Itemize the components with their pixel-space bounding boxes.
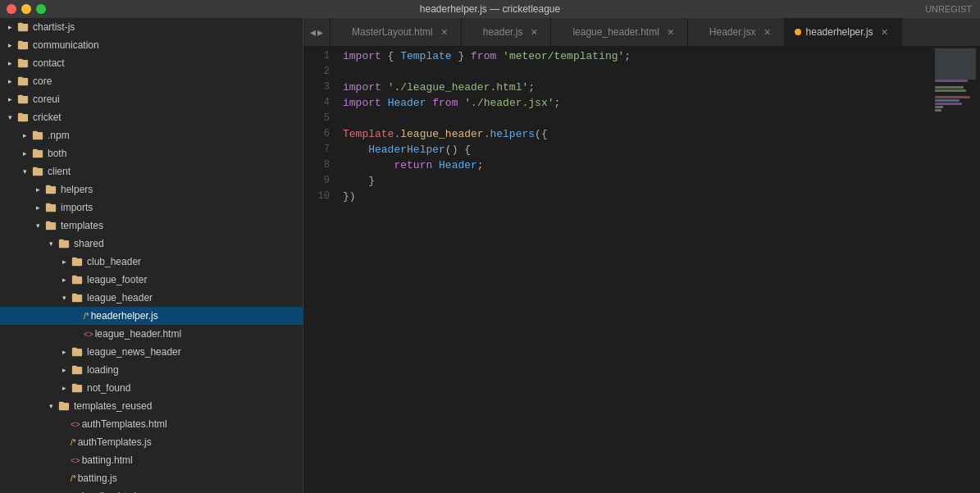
sidebar-item-not-found[interactable]: not_found (0, 379, 303, 397)
tab-masterlayout[interactable]: MasterLayout.html × (330, 18, 462, 46)
sidebar-item-batting-js[interactable]: /* batting.js (0, 469, 303, 487)
sidebar-item-label: cricket (33, 112, 62, 123)
tab-league-header-html[interactable]: league_header.html × (551, 18, 687, 46)
sidebar-item-label: shared (74, 238, 104, 249)
sidebar-item-label: imports (61, 202, 93, 213)
tab-close-button[interactable]: × (438, 25, 451, 39)
tab-bar[interactable]: ◂ ▸ MasterLayout.html × header.js × leag… (303, 18, 980, 47)
sidebar-item-cricket[interactable]: cricket (0, 108, 303, 126)
sidebar-item-headerhelper-js[interactable]: /* headerhelper.js (0, 307, 303, 325)
sidebar-item-npm[interactable]: .npm (0, 126, 303, 144)
sidebar-item-templates[interactable]: templates (0, 217, 303, 235)
sidebar-item-batting-html[interactable]: <> batting.html (0, 451, 303, 469)
tab-close-button[interactable]: × (878, 25, 891, 39)
sidebar-item-contact[interactable]: contact (0, 54, 303, 72)
folder-icon (31, 147, 44, 160)
sidebar-item-label: .npm (48, 130, 70, 141)
arrow-icon (57, 273, 71, 286)
minimize-button[interactable] (21, 4, 31, 14)
sidebar-item-both[interactable]: both (0, 144, 303, 162)
sidebar-item-label: coreui (33, 94, 60, 105)
sidebar-item-loading[interactable]: loading (0, 361, 303, 379)
code-editor[interactable]: 1 2 3 4 5 6 7 8 9 10 import { Template } (303, 47, 980, 493)
code-line-9: } (343, 173, 931, 189)
js-file-icon: /* (71, 438, 76, 447)
folder-icon (44, 183, 57, 196)
main-layout: chartist-js communication contact core (0, 18, 980, 493)
nav-back-icon[interactable]: ◂ (310, 25, 316, 39)
arrow-icon (3, 75, 16, 88)
arrow-icon (57, 381, 71, 395)
arrow-icon (31, 201, 44, 214)
tab-close-button[interactable]: × (664, 25, 677, 39)
sidebar-item-label: batting.html (82, 454, 133, 466)
code-line-2 (343, 64, 931, 80)
code-content[interactable]: import { Template } from 'meteor/templat… (336, 47, 931, 493)
maximize-button[interactable] (36, 4, 46, 14)
line-numbers: 1 2 3 4 5 6 7 8 9 10 (303, 47, 336, 493)
sidebar-item-chartist[interactable]: chartist-js (0, 18, 303, 36)
sidebar-item-core[interactable]: core (0, 72, 303, 90)
sidebar-item-client[interactable]: client (0, 162, 303, 180)
sidebar-item-label: core (33, 75, 52, 87)
sidebar-item-auth-templates-js[interactable]: /* authTemplates.js (0, 433, 303, 451)
html-file-icon: <> (71, 456, 80, 465)
folder-icon (71, 273, 84, 286)
folder-open-icon (57, 237, 71, 250)
html-file-icon: <> (84, 330, 93, 339)
sidebar-item-communication[interactable]: communication (0, 36, 303, 54)
arrow-icon (3, 111, 16, 124)
arrow-icon (18, 147, 31, 160)
sidebar-item-label: league_header.html (95, 328, 181, 340)
arrow-icon (3, 21, 16, 34)
html-file-icon: <> (71, 420, 80, 429)
sidebar-item-helpers[interactable]: helpers (0, 180, 303, 199)
tab-modified-dot (795, 29, 801, 35)
folder-icon (16, 75, 30, 88)
sidebar-item-label: authTemplates.js (78, 436, 152, 448)
arrow-icon (3, 93, 16, 106)
sidebar-item-league-header[interactable]: league_header (0, 289, 303, 307)
titlebar: headerhelper.js — cricketleague UNREGIST (0, 0, 980, 18)
tab-header-js[interactable]: header.js × (462, 18, 552, 46)
sidebar-item-league-news-header[interactable]: league_news_header (0, 343, 303, 361)
sidebar-item-league-header-html[interactable]: <> league_header.html (0, 325, 303, 343)
sidebar-item-auth-templates-html[interactable]: <> authTemplates.html (0, 415, 303, 433)
close-button[interactable] (7, 4, 16, 14)
sidebar-item-coreui[interactable]: coreui (0, 90, 303, 108)
folder-open-icon (31, 165, 44, 178)
code-line-10: }) (343, 189, 931, 204)
sidebar-item-label: league_footer (87, 274, 147, 285)
tab-label: league_header.html (572, 26, 659, 38)
folder-open-icon (71, 291, 84, 304)
sidebar[interactable]: chartist-js communication contact core (0, 18, 303, 493)
sidebar-item-league-footer[interactable]: league_footer (0, 271, 303, 289)
unregist-label: UNREGIST (925, 4, 972, 14)
editor-area: ◂ ▸ MasterLayout.html × header.js × leag… (303, 18, 980, 493)
folder-icon (16, 21, 30, 34)
sidebar-item-label: league_news_header (87, 346, 181, 358)
sidebar-item-label: club_header (87, 256, 141, 267)
sidebar-item-imports[interactable]: imports (0, 199, 303, 217)
code-line-7: HeaderHelper () { (343, 142, 931, 157)
arrow-icon (57, 255, 71, 268)
arrow-icon (3, 57, 16, 70)
nav-arrows[interactable]: ◂ ▸ (303, 18, 330, 46)
window-title: headerhelper.js — cricketleague (420, 3, 560, 15)
tab-label: Header.jsx (709, 26, 756, 38)
folder-open-icon (57, 399, 71, 413)
sidebar-item-templates-reused[interactable]: templates_reused (0, 397, 303, 415)
sidebar-item-bowling-html[interactable]: <> bowling.html (0, 487, 303, 493)
tab-close-button[interactable]: × (761, 25, 774, 39)
nav-forward-icon[interactable]: ▸ (317, 25, 323, 39)
tab-close-button[interactable]: × (527, 25, 540, 39)
tab-headerhelper-js[interactable]: headerhelper.js × (785, 18, 902, 46)
sidebar-item-club-header[interactable]: club_header (0, 253, 303, 271)
folder-icon (71, 363, 84, 377)
arrow-icon (18, 129, 31, 142)
tab-header-jsx[interactable]: Header.jsx × (688, 18, 785, 46)
sidebar-item-label: templates_reused (74, 400, 152, 412)
code-line-6: Template . league_header . helpers ({ (343, 126, 931, 142)
sidebar-item-label: authTemplates.html (82, 418, 167, 430)
sidebar-item-shared[interactable]: shared (0, 235, 303, 253)
